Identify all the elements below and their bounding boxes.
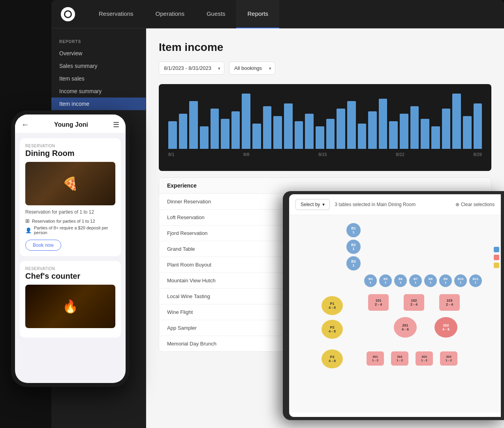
table-b7[interactable]: B71 <box>409 274 422 287</box>
booking-filter-wrap: All bookings <box>229 62 275 75</box>
sidebar-item-overview[interactable]: Overview <box>51 47 146 60</box>
date-filter[interactable]: 8/1/2023 - 8/31/2023 <box>159 62 224 75</box>
table-301[interactable]: 3011 - 2 <box>367 351 384 366</box>
nav-tab-guests[interactable]: Guests <box>196 0 237 28</box>
chart-bar <box>410 106 419 149</box>
chart-labels: 8/1 8/8 8/15 8/22 8/29 <box>168 149 482 157</box>
bar-chart: 8/1 8/8 8/15 8/22 8/29 <box>159 84 491 171</box>
table-103[interactable]: 1032 - 4 <box>439 294 460 311</box>
back-button[interactable]: ← <box>21 120 29 129</box>
table-b2[interactable]: B21 <box>346 240 361 254</box>
table-201[interactable]: 2014 - 6 <box>394 317 417 338</box>
tablet-device: Select by ▾ 3 tables selected in Main Di… <box>283 191 504 420</box>
chart-bar <box>337 109 345 149</box>
chart-bar <box>368 111 377 149</box>
phone-card-counter: Reservation Chef's counter 🔥 <box>20 261 121 338</box>
phone-card-dining: Reservation Dining Room 🍕 Reservation fo… <box>20 138 121 256</box>
table-b3[interactable]: B31 <box>346 256 361 270</box>
chart-bar <box>400 114 408 149</box>
nav-tab-reservations[interactable]: Reservations <box>88 0 145 28</box>
chart-bar <box>379 99 387 149</box>
phone-device: ← Young Joni ☰ Reservation Dining Room 🍕… <box>11 111 130 387</box>
table-302[interactable]: 3021 - 2 <box>391 351 408 366</box>
tablet-topbar: Select by ▾ 3 tables selected in Main Di… <box>289 194 501 215</box>
reservation-label-2: Reservation <box>25 267 115 271</box>
legend-yellow <box>494 263 499 268</box>
clear-selections-button[interactable]: ⊗ Clear selections <box>455 202 495 207</box>
chart-bar <box>326 119 335 149</box>
chart-bar <box>347 101 356 149</box>
sidebar-item-item-sales[interactable]: Item sales <box>51 72 146 85</box>
phone-content: Reservation Dining Room 🍕 Reservation fo… <box>15 133 126 383</box>
nav-tab-reports[interactable]: Reports <box>236 0 279 28</box>
legend-blue <box>494 247 499 252</box>
table-b11[interactable]: B111 <box>469 274 482 287</box>
chart-bar <box>463 116 472 149</box>
chart-bar <box>305 114 314 149</box>
table-304[interactable]: 3041 - 2 <box>440 351 457 366</box>
sidebar-item-income-summary[interactable]: Income summary <box>51 85 146 98</box>
hamburger-menu-icon[interactable]: ☰ <box>113 120 119 129</box>
table-b6[interactable]: B61 <box>394 274 407 287</box>
chart-bar <box>242 94 250 149</box>
sidebar-section-reports: Reports <box>51 36 146 47</box>
chart-bar <box>200 126 209 149</box>
counter-image: 🔥 <box>25 285 115 328</box>
chart-bar <box>263 106 272 149</box>
chart-bar <box>442 109 451 149</box>
page-title: Item income <box>159 41 491 54</box>
chart-bar <box>316 126 324 149</box>
chart-bar <box>474 103 482 149</box>
table-303[interactable]: 3031 - 2 <box>416 351 433 366</box>
circle-x-icon: ⊗ <box>455 202 459 207</box>
table-p2[interactable]: P24 - 8 <box>322 320 343 339</box>
booking-filter[interactable]: All bookings <box>229 62 275 75</box>
table-b8[interactable]: B81 <box>424 274 437 287</box>
table-b1[interactable]: B11 <box>346 223 361 237</box>
dining-room-image: 🍕 <box>25 162 115 205</box>
chart-bar <box>211 109 219 149</box>
chevron-down-icon: ▾ <box>322 202 325 207</box>
table-p1[interactable]: P14 - 8 <box>322 296 343 315</box>
table-b4[interactable]: B41 <box>364 274 377 287</box>
phone-title: Young Joni <box>54 121 88 128</box>
table-b5[interactable]: B51 <box>379 274 392 287</box>
tablet-screen: Select by ▾ 3 tables selected in Main Di… <box>289 194 501 417</box>
chart-bar <box>389 121 398 149</box>
table-b9[interactable]: B91 <box>439 274 452 287</box>
tables-selected-text: 3 tables selected in Main Dining Room <box>335 202 450 207</box>
chart-bars <box>168 94 482 149</box>
chart-bar <box>295 121 303 149</box>
chart-bar <box>252 124 261 149</box>
table-p3[interactable]: P34 - 8 <box>322 349 343 368</box>
chart-bar <box>179 114 188 149</box>
dining-desc: Reservation for parties of 1 to 12 <box>25 209 115 215</box>
select-by-button[interactable]: Select by ▾ <box>295 199 330 210</box>
table-102[interactable]: 1022 - 4 <box>404 294 424 311</box>
top-nav: Reservations Operations Guests Reports <box>51 0 504 28</box>
chart-bar <box>189 101 198 149</box>
chart-bar <box>231 111 240 149</box>
chart-bar <box>358 124 367 149</box>
chart-bar <box>284 103 293 149</box>
book-now-button[interactable]: Book now <box>25 240 61 251</box>
date-filter-wrap: 8/1/2023 - 8/31/2023 <box>159 62 224 75</box>
table-202[interactable]: 2024 - 6 <box>434 317 457 338</box>
chart-bar <box>431 126 440 149</box>
person-icon: 👤 <box>25 227 32 233</box>
nav-tab-operations[interactable]: Operations <box>145 0 196 28</box>
chart-bar <box>421 119 429 149</box>
dining-meta-1: ⊞ Reservation for parties of 1 to 12 <box>25 218 115 224</box>
chart-bar <box>168 121 177 149</box>
chart-bar <box>221 119 229 149</box>
floor-plan: B11 B21 B31 B41 B51 B61 B71 B81 <box>289 215 501 413</box>
table-101[interactable]: 1012 - 4 <box>368 294 389 311</box>
sidebar-item-sales-summary[interactable]: Sales summary <box>51 60 146 72</box>
dining-meta-2: 👤 Parties of 8+ require a $20 deposit pe… <box>25 225 115 235</box>
sidebar-item-item-income[interactable]: Item income <box>51 98 146 110</box>
reservation-title-2: Chef's counter <box>25 272 115 281</box>
phone-screen: ← Young Joni ☰ Reservation Dining Room 🍕… <box>15 115 126 383</box>
filter-row: 8/1/2023 - 8/31/2023 All bookings <box>159 62 491 75</box>
table-b10[interactable]: B101 <box>454 274 467 287</box>
reservation-title-1: Dining Room <box>25 149 115 158</box>
